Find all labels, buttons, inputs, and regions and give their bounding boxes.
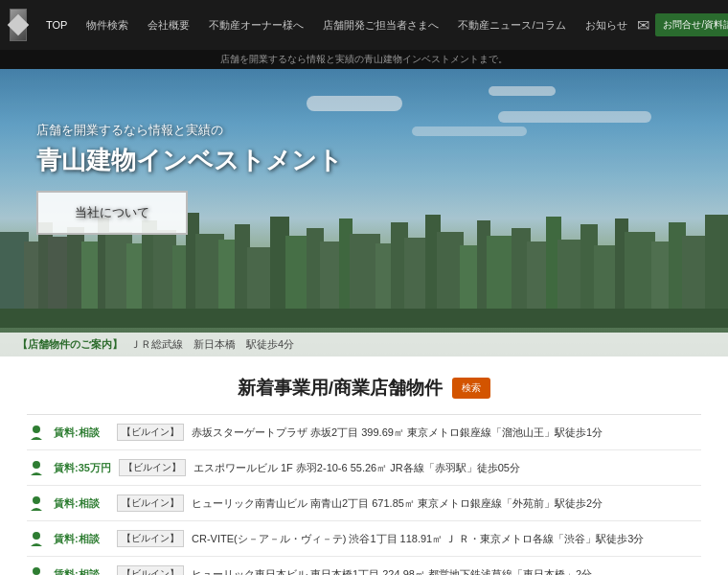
nav-owner[interactable]: 不動産オーナー様へ [199,18,313,33]
contact-button[interactable]: お問合せ/資料請求 [655,13,728,36]
listing-price: 賃料:35万円 [54,461,111,475]
hero-title: 青山建物インベストメント [36,144,343,177]
listing-price: 賃料:相談 [54,532,109,546]
nav-developer[interactable]: 店舗開発ご担当者さまへ [313,18,448,33]
nav-top[interactable]: TOP [36,19,77,31]
listing-name: エスポワールビル 1F 赤羽2-10-6 55.26㎡ JR各線「赤羽駅」徒歩0… [193,461,520,475]
header-right: ✉ お問合せ/資料請求 [637,13,728,36]
listing-name: CR-VITE(シ－ア－ル・ヴィ－テ) 渋谷1丁目 118.91㎡ Ｊ Ｒ・東京… [192,532,644,546]
listing-price: 賃料:相談 [54,567,109,576]
listings-section: 新着事業用/商業店舗物件 検索 賃料:相談 【ビルイン】 赤坂スターゲートプラザ… [0,356,728,575]
listing-name: 赤坂スターゲートプラザ 赤坂2丁目 399.69㎡ 東京メトロ銀座線「溜池山王」… [192,426,603,440]
section-title-row: 新着事業用/商業店舗物件 検索 [27,376,701,401]
hero-text-block: 店舗を開業するなら情報と実績の 青山建物インベストメント 当社について [36,122,343,235]
listing-icon [27,458,46,477]
listing-price: 賃料:相談 [54,496,109,511]
logo [10,9,27,41]
hero-bottom-line: ＪＲ総武線 新日本橋 駅徒歩4分 [130,337,294,352]
listing-item-2[interactable]: 賃料:35万円 【ビルイン】 エスポワールビル 1F 赤羽2-10-6 55.2… [27,450,701,486]
nav-notice[interactable]: お知らせ [576,18,637,33]
mail-icon: ✉ [637,16,649,34]
listing-icon [27,564,46,575]
svg-point-45 [33,426,40,433]
main-nav: TOP 物件検索 会社概要 不動産オーナー様へ 店舗開発ご担当者さまへ 不動産ニ… [36,18,637,33]
listing-icon [27,494,46,513]
header: TOP 物件検索 会社概要 不動産オーナー様へ 店舗開発ご担当者さまへ 不動産ニ… [0,0,728,50]
nav-search[interactable]: 物件検索 [77,18,138,33]
svg-point-47 [33,496,40,504]
hero-about-button[interactable]: 当社について [36,191,188,235]
hero-bottom-bar: 【店舗物件のご案内】 ＪＲ総武線 新日本橋 駅徒歩4分 [0,333,728,356]
listing-item-3[interactable]: 賃料:相談 【ビルイン】 ヒューリック南青山ビル 南青山2丁目 671.85㎡ … [27,486,701,521]
svg-point-49 [33,567,40,575]
section-title: 新着事業用/商業店舗物件 [238,376,443,401]
nav-company[interactable]: 会社概要 [138,18,199,33]
listing-item-4[interactable]: 賃料:相談 【ビルイン】 CR-VITE(シ－ア－ル・ヴィ－テ) 渋谷1丁目 1… [27,521,701,557]
listing-name: ヒューリック南青山ビル 南青山2丁目 671.85㎡ 東京メトロ銀座線「外苑前」… [192,496,603,511]
listing-tag: 【ビルイン】 [117,494,184,512]
listing-price: 賃料:相談 [54,426,109,440]
hero-subtitle: 店舗を開業するなら情報と実績の [36,122,343,139]
listing-tag: 【ビルイン】 [117,530,184,547]
listing-tag: 【ビルイン】 [117,424,184,441]
listing-icon [27,529,46,548]
nav-news[interactable]: 不動産ニュース/コラム [448,18,576,33]
listing-item-1[interactable]: 賃料:相談 【ビルイン】 赤坂スターゲートプラザ 赤坂2丁目 399.69㎡ 東… [27,414,701,450]
listing-tag: 【ビルイン】 [117,565,184,575]
search-button[interactable]: 検索 [452,378,490,399]
listing-icon [27,423,46,442]
svg-point-46 [33,461,40,469]
svg-point-48 [33,532,40,540]
listing-item-5[interactable]: 賃料:相談 【ビルイン】 ヒューリック東日本ビル 東日本橋1丁目 224.98㎡… [27,557,701,575]
listing-name: ヒューリック東日本ビル 東日本橋1丁目 224.98㎡ 都営地下鉄浅草線「東日本… [192,567,592,576]
hero-section: 店舗を開業するなら情報と実績の 青山建物インベストメント 当社について 【店舗物… [0,69,728,356]
top-banner: 店舗を開業するなら情報と実績の青山建物インベストメントまで。 [0,50,728,69]
listing-tag: 【ビルイン】 [119,459,186,476]
hero-bottom-label: 【店舗物件のご案内】 [17,337,123,352]
